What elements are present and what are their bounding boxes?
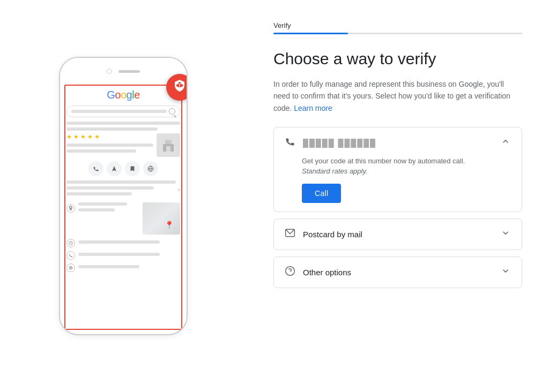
map-background — [143, 202, 180, 235]
hours-line-1 — [78, 240, 160, 244]
phone-option-body: Get your code at this number now by auto… — [285, 149, 511, 203]
chevron-down-other-svg — [500, 266, 511, 276]
phone-content: Google ★ ★ ★ ★ ★ — [60, 85, 187, 280]
map-content-lines — [66, 202, 139, 218]
call-action-btn — [88, 161, 103, 176]
phone-line-1 — [78, 253, 160, 256]
help-option-icon — [285, 266, 295, 279]
clock-icon — [66, 239, 75, 247]
verify-progress-bar — [273, 33, 522, 34]
phone-option-header[interactable]: █████ ██████ — [285, 136, 511, 149]
star-2: ★ — [73, 133, 79, 140]
left-panel: Google ★ ★ ★ ★ ★ — [0, 0, 247, 392]
phone-camera — [107, 69, 112, 74]
verify-section-header: Verify — [273, 21, 522, 34]
right-panel: Verify Choose a way to verify In order t… — [247, 0, 549, 392]
save-action-btn — [125, 161, 140, 176]
map-pin-icon: 📍 — [165, 221, 174, 229]
search-bar-line — [71, 110, 167, 113]
search-icon — [169, 108, 175, 115]
star-3: ★ — [80, 133, 86, 140]
phone-mockup: Google ★ ★ ★ ★ ★ — [59, 57, 188, 335]
postcard-option-label: Postcard by mail — [303, 230, 500, 239]
phone-speaker — [118, 70, 140, 73]
phone-verify-icon — [285, 136, 295, 147]
mail-option-icon — [285, 228, 295, 241]
clock-svg — [69, 241, 73, 245]
other-options-verify-option[interactable]: Other options — [273, 257, 522, 288]
svg-point-12 — [286, 267, 295, 276]
map-placeholder: 📍 — [143, 202, 180, 235]
website-line-1 — [78, 265, 139, 268]
bookmark-icon — [129, 165, 136, 172]
content-line-4 — [66, 149, 136, 153]
google-logo: Google — [66, 89, 180, 101]
directions-action-btn — [107, 161, 122, 176]
postcard-verify-option[interactable]: Postcard by mail — [273, 218, 522, 250]
help-circle-icon-svg — [285, 266, 295, 276]
more-results-lines — [66, 180, 176, 198]
result-line-1 — [66, 180, 176, 184]
phone-number-display: █████ ██████ — [303, 139, 500, 147]
result-line-3 — [66, 192, 132, 195]
phone-list-svg — [69, 253, 73, 258]
phone-icon — [93, 165, 99, 172]
website-icon — [66, 263, 75, 272]
more-results-row: › — [66, 180, 180, 198]
postcard-chevron-down-icon — [500, 228, 511, 241]
globe-list-svg — [69, 266, 73, 270]
chevron-up-svg — [500, 136, 511, 147]
page-title: Choose a way to verify — [273, 49, 522, 69]
directions-icon — [111, 165, 117, 172]
shield-icon: ! — [173, 79, 186, 95]
content-line-3 — [66, 144, 153, 147]
store-icon — [161, 138, 176, 153]
svg-rect-2 — [166, 146, 170, 152]
verify-progress-fill — [273, 33, 348, 34]
listing-row: ★ ★ ★ ★ ★ — [66, 133, 180, 157]
other-options-label: Other options — [303, 268, 500, 277]
phone-list-icon — [66, 251, 75, 260]
star-4: ★ — [87, 133, 93, 140]
location-icon — [66, 204, 75, 213]
star-5: ★ — [94, 133, 100, 140]
phone-option-icon — [285, 136, 295, 149]
location-item — [66, 202, 139, 214]
globe-action-btn — [143, 161, 158, 176]
svg-text:!: ! — [179, 84, 180, 89]
svg-rect-1 — [165, 140, 172, 144]
store-icon-box — [157, 133, 180, 157]
star-1: ★ — [66, 133, 72, 140]
phone-option-note: Standard rates apply. — [302, 167, 511, 175]
verify-label: Verify — [273, 21, 522, 29]
globe-icon — [147, 165, 154, 172]
content-line-1 — [66, 122, 180, 125]
call-button[interactable]: Call — [302, 184, 341, 203]
website-item — [66, 263, 180, 272]
search-bar — [66, 105, 180, 117]
pin-icon — [69, 206, 73, 211]
phone-verify-option[interactable]: █████ ██████ Get your code at this numbe… — [273, 127, 522, 212]
phone-chevron-up-icon — [500, 136, 511, 149]
shield-svg: ! — [173, 79, 186, 92]
description-text: In order to fully manage and represent t… — [273, 78, 522, 114]
chevron-down-postcard-svg — [500, 228, 511, 238]
learn-more-link[interactable]: Learn more — [294, 104, 332, 112]
location-line-1 — [78, 202, 127, 206]
hours-item — [66, 239, 180, 247]
action-buttons-row — [66, 161, 180, 176]
listing-content: ★ ★ ★ ★ ★ — [66, 133, 153, 155]
phone-option-description: Get your code at this number now by auto… — [302, 157, 511, 165]
chevron-right-icon: › — [178, 186, 180, 193]
map-area: 📍 — [66, 202, 180, 235]
other-options-chevron-down-icon — [500, 266, 511, 279]
location-line-2 — [78, 208, 115, 212]
mail-icon-svg — [285, 228, 295, 238]
stars-row: ★ ★ ★ ★ ★ — [66, 133, 153, 140]
phone-item — [66, 251, 180, 260]
content-line-2 — [66, 127, 158, 131]
result-line-2 — [66, 186, 154, 190]
